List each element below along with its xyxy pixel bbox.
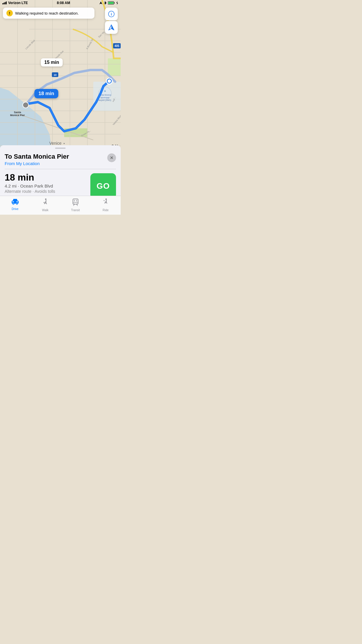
- svg-point-69: [16, 204, 17, 204]
- go-button[interactable]: GO: [90, 173, 116, 199]
- route-time: 18 min: [5, 172, 55, 183]
- primary-route-label[interactable]: 18 min: [34, 89, 58, 98]
- svg-rect-71: [16, 201, 18, 202]
- svg-point-46: [64, 143, 65, 144]
- tab-drive-label: Drive: [12, 207, 18, 211]
- tab-bar: Drive Walk Transit: [0, 196, 121, 215]
- svg-line-77: [73, 205, 74, 206]
- bottom-panel: To Santa Monica Pier From My Location ✕ …: [0, 145, 121, 196]
- svg-marker-0: [99, 1, 102, 4]
- charging-icon: [116, 1, 118, 5]
- ride-icon: [102, 198, 109, 208]
- svg-point-68: [13, 204, 14, 204]
- location-arrow-icon: [108, 24, 115, 31]
- drive-icon: [11, 198, 19, 206]
- destination-info: To Santa Monica Pier From My Location: [5, 153, 69, 166]
- svg-text:Monica Pier: Monica Pier: [10, 114, 25, 117]
- svg-text:Venice: Venice: [49, 141, 61, 146]
- transit-icon: [72, 198, 79, 208]
- svg-point-75: [73, 204, 75, 205]
- svg-point-76: [76, 204, 78, 205]
- svg-rect-2: [114, 2, 115, 4]
- location-button[interactable]: [105, 21, 118, 34]
- battery-icon: [108, 1, 115, 5]
- alternate-route-label[interactable]: 15 min: [41, 58, 63, 66]
- status-bar: Verizon LTE 8:08 AM: [0, 0, 121, 6]
- close-button[interactable]: ✕: [107, 153, 116, 162]
- map-area: ✈ Santa Monica Municipal Airport (SMO) 4…: [0, 0, 121, 155]
- svg-text:Santa: Santa: [14, 111, 22, 114]
- status-time: 8:08 AM: [57, 1, 70, 5]
- network-type: LTE: [22, 1, 28, 5]
- panel-divider: [5, 169, 116, 169]
- svg-text:Municipal: Municipal: [101, 97, 109, 99]
- go-button-label: GO: [96, 181, 110, 191]
- tab-walk[interactable]: Walk: [30, 198, 61, 212]
- carrier-label: Verizon: [8, 1, 21, 5]
- svg-rect-8: [108, 58, 121, 76]
- from-location[interactable]: My Location: [16, 161, 40, 166]
- warning-text: Walking required to reach destination.: [15, 11, 79, 15]
- close-icon: ✕: [110, 155, 113, 160]
- warning-icon: !: [6, 10, 13, 16]
- tab-transit[interactable]: Transit: [60, 198, 91, 212]
- location-icon: [99, 1, 103, 5]
- destination-row: To Santa Monica Pier From My Location ✕: [5, 153, 116, 166]
- status-right: [99, 1, 118, 5]
- svg-rect-79: [74, 200, 75, 202]
- svg-rect-3: [108, 2, 113, 4]
- walk-icon: [42, 198, 48, 208]
- tab-transit-label: Transit: [71, 209, 80, 212]
- svg-line-78: [77, 205, 78, 206]
- bluetooth-icon: [104, 1, 107, 5]
- map-svg: ✈ Santa Monica Municipal Airport (SMO) 4…: [0, 0, 121, 155]
- status-left: Verizon LTE: [2, 1, 28, 5]
- svg-point-44: [108, 79, 111, 83]
- svg-rect-73: [73, 199, 78, 204]
- route-info-row: 18 min 4.2 mi · Ocean Park Blvd Alternat…: [5, 172, 116, 199]
- svg-text:405: 405: [115, 44, 120, 48]
- svg-point-81: [106, 199, 107, 200]
- svg-text:i: i: [111, 12, 112, 16]
- svg-point-40: [23, 102, 29, 108]
- route-alternate-info: Alternate route · Avoids tolls: [5, 189, 55, 194]
- panel-content: To Santa Monica Pier From My Location ✕ …: [0, 149, 121, 199]
- svg-text:10: 10: [54, 74, 57, 76]
- route-details: 18 min 4.2 mi · Ocean Park Blvd Alternat…: [5, 172, 55, 194]
- tab-ride-label: Ride: [103, 209, 109, 212]
- destination-title: To Santa Monica Pier: [5, 153, 69, 160]
- svg-point-72: [45, 199, 47, 200]
- warning-banner: ! Walking required to reach destination.: [3, 8, 94, 19]
- svg-rect-70: [12, 201, 14, 202]
- svg-text:Airport (SMO): Airport (SMO): [99, 99, 111, 102]
- svg-marker-4: [116, 1, 118, 5]
- info-icon: i: [108, 11, 115, 17]
- svg-rect-80: [76, 200, 77, 202]
- tab-drive[interactable]: Drive: [0, 198, 30, 211]
- tab-ride[interactable]: Ride: [91, 198, 121, 212]
- destination-from: From My Location: [5, 161, 69, 166]
- map-buttons: i: [105, 8, 118, 34]
- tab-walk-label: Walk: [42, 209, 48, 212]
- svg-marker-65: [13, 199, 17, 201]
- svg-text:✈: ✈: [104, 90, 106, 93]
- route-distance: 4.2 mi · Ocean Park Blvd: [5, 183, 55, 188]
- info-button[interactable]: i: [105, 8, 118, 20]
- signal-bars: [2, 1, 7, 4]
